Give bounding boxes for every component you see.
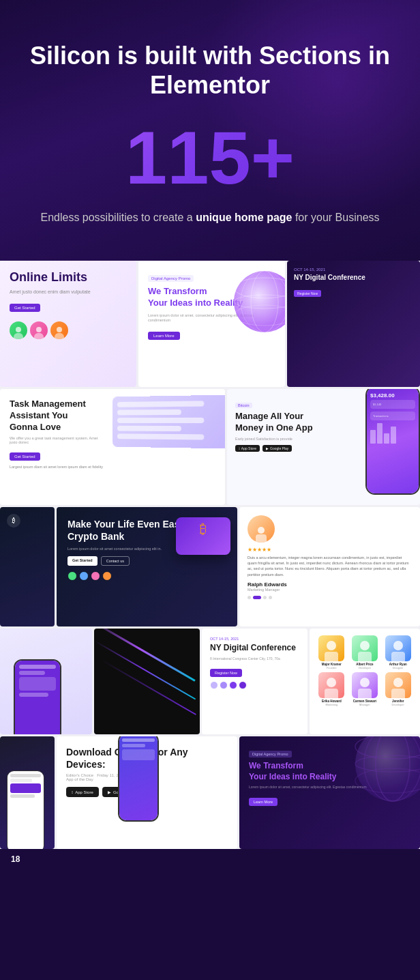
small-phone bbox=[7, 770, 44, 849]
hero-title: Silicon is built with Sections in Elemen… bbox=[27, 41, 393, 100]
row-5: Download Our App for Any Devices: Editor… bbox=[0, 736, 420, 849]
page-footer: 18 bbox=[0, 849, 420, 869]
phone-hand-screen bbox=[14, 659, 61, 734]
conf-btn[interactable]: Register Now bbox=[294, 290, 321, 297]
card-task-management: Task Management Assistant You Gonna Love… bbox=[0, 389, 225, 505]
transform2-btn[interactable]: Learn More bbox=[249, 798, 278, 806]
phone-mockup: $3,428.00 $1,140 Transactions bbox=[338, 389, 420, 505]
team-grid: Major Kramer Founder Albert Price Develo… bbox=[316, 635, 413, 706]
card-neon bbox=[94, 629, 200, 734]
transform-btn[interactable]: Learn More bbox=[148, 332, 180, 340]
crypto-buttons: Get Started Contact us bbox=[68, 556, 226, 566]
testimonial-stars: ★★★★★ bbox=[247, 547, 412, 553]
googleplay-btn[interactable]: ▶ Google Play bbox=[262, 445, 292, 452]
team-member-5: Carmen Stewart Manager bbox=[350, 672, 380, 706]
grid-section: Online Limits Amet justo donec enim diam… bbox=[0, 261, 420, 849]
hero-section: Silicon is built with Sections in Elemen… bbox=[0, 0, 420, 261]
transform-badge: Digital Agency Promo bbox=[148, 275, 194, 282]
testimonial-role: Marketing Manager bbox=[247, 588, 412, 592]
team-member-2: Albert Price Developer bbox=[350, 635, 380, 669]
apple-icon:  bbox=[239, 446, 240, 450]
team-member-1: Major Kramer Founder bbox=[316, 635, 347, 669]
testimonial-name: Ralph Edwards bbox=[247, 581, 412, 588]
online-limits-title: Online Limits bbox=[10, 270, 127, 285]
row-2: Task Management Assistant You Gonna Love… bbox=[0, 389, 420, 505]
online-limits-sub: Amet justo donec enim diam vulputate bbox=[10, 289, 127, 294]
row-1: Online Limits Amet justo donec enim diam… bbox=[0, 261, 420, 387]
hero-subtitle: Endless possibilities to create a unique… bbox=[27, 209, 393, 227]
money-title: Manage All Your Money in One App bbox=[235, 411, 317, 434]
task-sub: We offer you a great task management sys… bbox=[10, 436, 98, 444]
card-manage-money: Bitcoin Manage All Your Money in One App… bbox=[227, 389, 420, 505]
transform2-badge: Digital Agency Promo bbox=[249, 751, 292, 758]
crypto-icon: ₿ bbox=[7, 514, 20, 528]
ny-date: OCT 14-15, 2021 bbox=[210, 637, 299, 641]
conf-date: OCT 14-15, 2021 bbox=[294, 268, 413, 272]
card-ny-digital: OCT 14-15, 2021 NY Digital Conference 8 … bbox=[202, 629, 308, 734]
crypto-sub: Lorem ipsum dolor sit amet consectetur a… bbox=[68, 547, 163, 551]
ny-sub: 8 International Congress Center City, 17… bbox=[210, 657, 299, 661]
sphere-decoration bbox=[230, 268, 285, 336]
card-crypto-small: ₿ bbox=[0, 507, 55, 626]
avatar-1 bbox=[10, 321, 27, 339]
testimonial-text: Duis a arcu elementum, integer magna lor… bbox=[247, 555, 412, 577]
bitcoin-card-deco: ₿ bbox=[176, 517, 230, 555]
avatar-2 bbox=[30, 321, 48, 339]
money-badge: Bitcoin bbox=[235, 403, 252, 408]
row-4: OCT 14-15, 2021 NY Digital Conference 8 … bbox=[0, 629, 420, 734]
ny-attendees bbox=[210, 681, 299, 689]
card-ny-conference: OCT 14-15, 2021 NY Digital Conference Re… bbox=[287, 261, 420, 387]
card-team: Major Kramer Founder Albert Price Develo… bbox=[310, 629, 420, 734]
card-testimonial: ★★★★★ Duis a arcu elementum, integer mag… bbox=[239, 507, 420, 626]
download-appstore-btn[interactable]:  App Store bbox=[66, 787, 99, 797]
phone-screen: $3,428.00 $1,140 Transactions bbox=[367, 389, 419, 493]
task-screen bbox=[112, 394, 225, 448]
play-icon: ▶ bbox=[266, 446, 269, 450]
avatars-row bbox=[10, 321, 127, 339]
conf-title: NY Digital Conference bbox=[294, 274, 413, 282]
team-member-6: Jennifer Developer bbox=[382, 672, 413, 706]
task-title: Task Management Assistant You Gonna Love bbox=[10, 399, 98, 433]
testimonial-pagination bbox=[247, 596, 412, 599]
money-sub: Early joined Satisfaction is provide bbox=[235, 437, 310, 441]
card-app-hand bbox=[0, 736, 55, 849]
ny-title: NY Digital Conference bbox=[210, 643, 299, 654]
task-decoration bbox=[89, 389, 225, 505]
page-number: 18 bbox=[11, 854, 20, 864]
team-member-4: Erika Howard Marketing bbox=[316, 672, 347, 706]
card-crypto-main: Make Your Life Even Easier with Crypto B… bbox=[57, 507, 237, 626]
card-transform: Digital Agency Promo We TransformYour Id… bbox=[138, 261, 285, 387]
crypto-btn-start[interactable]: Get Started bbox=[68, 556, 97, 566]
crypto-avatars bbox=[68, 571, 226, 581]
neon-lines bbox=[94, 629, 200, 734]
appstore-btn[interactable]:  App Store bbox=[235, 445, 260, 452]
svg-point-0 bbox=[234, 271, 285, 332]
hero-number: 115+ bbox=[27, 120, 393, 195]
apple-icon-dl:  bbox=[72, 790, 73, 794]
card-phone-hand bbox=[0, 629, 92, 734]
card-transform-2: Digital Agency Promo We TransformYour Id… bbox=[239, 736, 420, 849]
phone-showcase bbox=[111, 736, 166, 842]
card-online-limits: Online Limits Amet justo donec enim diam… bbox=[0, 261, 136, 387]
card-download: Download Our App for Any Devices: Editor… bbox=[57, 736, 237, 849]
row-3: ₿ Make Your Life Even Easier with Crypto… bbox=[0, 507, 420, 626]
testimonial-avatar bbox=[247, 515, 275, 543]
spiral-decoration bbox=[352, 736, 420, 805]
team-member-3: Arthur Ryan Designer bbox=[382, 635, 413, 669]
avatar-3 bbox=[50, 321, 68, 339]
phone-outer: $3,428.00 $1,140 Transactions bbox=[365, 389, 420, 495]
ny-btn[interactable]: Register Now bbox=[210, 669, 242, 677]
crypto-btn-contact[interactable]: Contact us bbox=[101, 556, 130, 566]
online-limits-btn[interactable]: Get Started bbox=[10, 304, 40, 312]
task-btn[interactable]: Get Started bbox=[10, 452, 40, 461]
